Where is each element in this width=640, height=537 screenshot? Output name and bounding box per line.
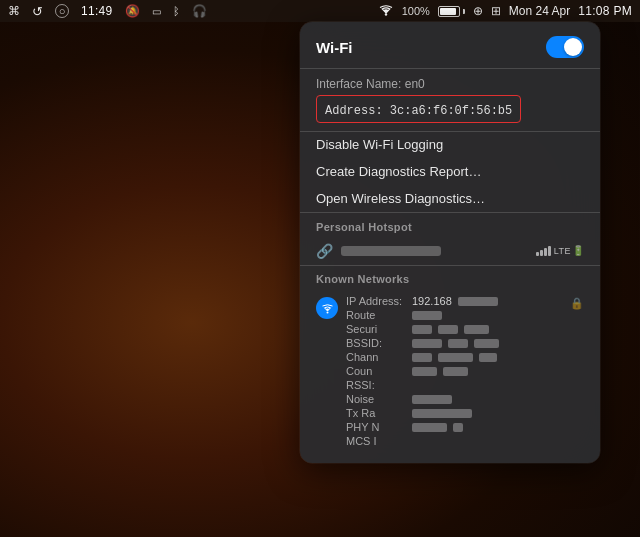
known-networks-header: Known Networks bbox=[300, 265, 600, 289]
detail-bssid: BSSID: bbox=[346, 337, 562, 349]
network-details: IP Address: 192.168 Route Securi bbox=[346, 295, 562, 449]
security-label: Securi bbox=[346, 323, 406, 335]
detail-route: Route bbox=[346, 309, 562, 321]
wifi-panel-header: Wi-Fi bbox=[300, 22, 600, 68]
detail-channel: Chann bbox=[346, 351, 562, 363]
interface-label: Interface Name: en0 bbox=[316, 77, 584, 91]
hotspot-section-header: Personal Hotspot bbox=[300, 213, 600, 237]
desktop: ⌘ ↺ ○ 11:49 🔕 ▭ ᛒ 🎧 100% bbox=[0, 0, 640, 537]
menubar-date: Mon 24 Apr bbox=[509, 4, 570, 18]
apple-icon[interactable]: ⌘ bbox=[8, 4, 20, 18]
menu-create-diagnostics[interactable]: Create Diagnostics Report… bbox=[300, 158, 600, 185]
headphone-icon[interactable]: 🎧 bbox=[192, 4, 207, 18]
detail-rssi: RSSI: bbox=[346, 379, 562, 391]
security-blur-2 bbox=[438, 325, 458, 334]
svg-point-1 bbox=[326, 311, 328, 313]
hotspot-item[interactable]: 🔗 LTE 🔋 bbox=[300, 237, 600, 265]
mcs-label: MCS I bbox=[346, 435, 406, 447]
display-icon[interactable]: ▭ bbox=[152, 6, 161, 17]
bssid-blur-1 bbox=[412, 339, 442, 348]
detail-noise: Noise bbox=[346, 393, 562, 405]
clock-icon[interactable]: ○ bbox=[55, 4, 69, 18]
route-label: Route bbox=[346, 309, 406, 321]
noise-label: Noise bbox=[346, 393, 406, 405]
hotspot-battery-icon: 🔋 bbox=[572, 245, 584, 256]
wifi-menubar-icon[interactable] bbox=[378, 3, 394, 19]
menubar-time-right: 11:08 PM bbox=[578, 4, 632, 18]
phymode-blur-2 bbox=[453, 423, 463, 432]
wifi-toggle[interactable] bbox=[546, 36, 584, 58]
wifi-panel-title: Wi-Fi bbox=[316, 39, 353, 56]
rssi-label: RSSI: bbox=[346, 379, 406, 391]
security-blur-3 bbox=[464, 325, 489, 334]
security-blur-1 bbox=[412, 325, 432, 334]
ip-value-blur bbox=[458, 297, 498, 306]
phymode-label: PHY N bbox=[346, 421, 406, 433]
bssid-label: BSSID: bbox=[346, 337, 406, 349]
wifi-network-icon bbox=[316, 297, 338, 319]
control-center-icon[interactable]: ⊞ bbox=[491, 4, 501, 18]
search-icon[interactable]: ⊕ bbox=[473, 4, 483, 18]
txrate-blur bbox=[412, 409, 472, 418]
address-text: Address: 3c:a6:f6:0f:56:b5 bbox=[325, 104, 512, 118]
phymode-blur-1 bbox=[412, 423, 447, 432]
bssid-blur-2 bbox=[448, 339, 468, 348]
back-icon[interactable]: ↺ bbox=[32, 4, 43, 19]
noise-blur bbox=[412, 395, 452, 404]
svg-point-0 bbox=[385, 13, 387, 15]
menu-disable-logging[interactable]: Disable Wi-Fi Logging bbox=[300, 131, 600, 158]
lte-badge: LTE bbox=[554, 246, 571, 256]
country-blur-2 bbox=[443, 367, 468, 376]
menubar: ⌘ ↺ ○ 11:49 🔕 ▭ ᛒ 🎧 100% bbox=[0, 0, 640, 22]
bssid-blur-3 bbox=[474, 339, 499, 348]
ip-label: IP Address: bbox=[346, 295, 406, 307]
ip-value-partial: 192.168 bbox=[412, 295, 452, 307]
country-label: Coun bbox=[346, 365, 406, 377]
wifi-panel: Wi-Fi Interface Name: en0 Address: 3c:a6… bbox=[300, 22, 600, 463]
channel-blur-2 bbox=[438, 353, 473, 362]
detail-mcs: MCS I bbox=[346, 435, 562, 447]
battery-indicator bbox=[438, 6, 465, 17]
detail-txrate: Tx Ra bbox=[346, 407, 562, 419]
detail-ip: IP Address: 192.168 bbox=[346, 295, 562, 307]
detail-security: Securi bbox=[346, 323, 562, 335]
route-value-blur bbox=[412, 311, 442, 320]
txrate-label: Tx Ra bbox=[346, 407, 406, 419]
channel-blur-3 bbox=[479, 353, 497, 362]
channel-blur-1 bbox=[412, 353, 432, 362]
channel-label: Chann bbox=[346, 351, 406, 363]
bell-icon[interactable]: 🔕 bbox=[125, 4, 140, 18]
hotspot-link-icon: 🔗 bbox=[316, 243, 333, 259]
bluetooth-icon[interactable]: ᛒ bbox=[173, 5, 180, 17]
detail-country: Coun bbox=[346, 365, 562, 377]
battery-percent: 100% bbox=[402, 5, 430, 17]
known-network-item[interactable]: IP Address: 192.168 Route Securi bbox=[300, 289, 600, 455]
menu-open-wireless-diagnostics[interactable]: Open Wireless Diagnostics… bbox=[300, 185, 600, 212]
menubar-time-left: 11:49 bbox=[81, 4, 113, 18]
network-lock-icon: 🔒 bbox=[570, 297, 584, 310]
detail-phymode: PHY N bbox=[346, 421, 562, 433]
hotspot-signal: LTE 🔋 bbox=[536, 245, 584, 256]
country-blur-1 bbox=[412, 367, 437, 376]
interface-info: Interface Name: en0 Address: 3c:a6:f6:0f… bbox=[300, 69, 600, 131]
address-box: Address: 3c:a6:f6:0f:56:b5 bbox=[316, 95, 521, 123]
hotspot-name-blur bbox=[341, 246, 441, 256]
